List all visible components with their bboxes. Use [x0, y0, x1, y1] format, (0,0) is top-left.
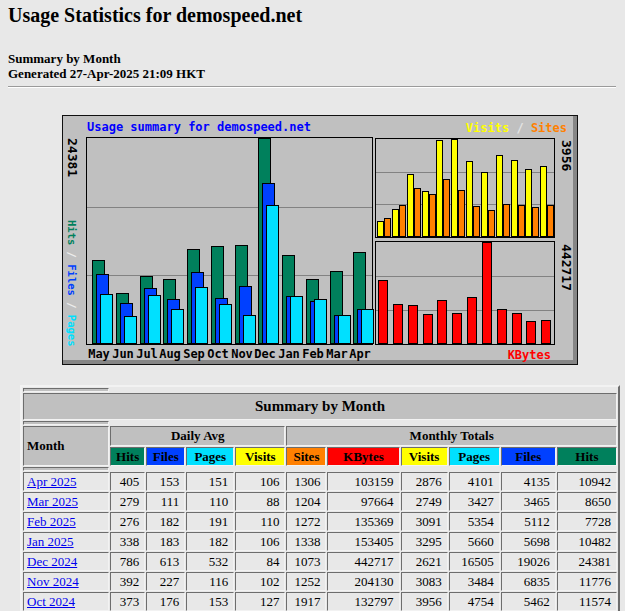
kbytes-bar [378, 280, 388, 344]
table-row: Mar 202527911111088120497664274934273465… [23, 492, 617, 511]
visits-bar [392, 209, 399, 237]
value-cell: 106 [235, 532, 285, 551]
value-cell: 532 [186, 552, 234, 571]
sites-bar [488, 210, 495, 237]
sites-bar [443, 179, 450, 237]
month-cell: Oct 2024 [23, 592, 109, 611]
pages-bar [171, 309, 184, 344]
kbytes-bar [541, 320, 551, 344]
table-row: Jan 202533818318210613381534053295566056… [23, 532, 617, 551]
table-row: Dec 202478661353284107344271726211650519… [23, 552, 617, 571]
kbytes-bar [408, 305, 418, 344]
column-header-kbytes: KBytes [327, 447, 399, 466]
month-column-header: Month [23, 426, 109, 466]
month-cell: Dec 2024 [23, 552, 109, 571]
value-cell: 10482 [557, 532, 617, 551]
month-link[interactable]: Oct 2024 [27, 594, 75, 609]
value-cell: 4135 [501, 472, 556, 491]
value-cell: 116 [186, 572, 234, 591]
month-link[interactable]: Mar 2025 [27, 494, 78, 509]
value-cell: 135369 [327, 512, 399, 531]
value-cell: 103159 [327, 472, 399, 491]
visits-bar [466, 161, 473, 237]
generated-timestamp: Generated 27-Apr-2025 21:09 HKT [8, 66, 205, 81]
month-tick-label: Apr [348, 347, 372, 361]
value-cell: 3295 [401, 532, 448, 551]
sites-bar [473, 206, 480, 237]
sites-bar [399, 205, 406, 237]
month-link[interactable]: Dec 2024 [27, 554, 77, 569]
month-tick-label: May [87, 347, 111, 361]
section-label: Summary by Month [8, 51, 205, 66]
column-header-visits: Visits [235, 447, 285, 466]
kbytes-ymax-label: 442717 [559, 244, 573, 291]
value-cell: 442717 [327, 552, 399, 571]
kbytes-bar [437, 300, 447, 344]
month-tick-label: Jun [111, 347, 135, 361]
column-header-row: HitsFilesPagesVisitsSitesKBytesVisitsPag… [23, 447, 617, 466]
month-link[interactable]: Nov 2024 [27, 574, 79, 589]
value-cell: 1073 [286, 552, 326, 571]
value-cell: 8650 [557, 492, 617, 511]
visits-bar [422, 191, 429, 237]
value-cell: 1917 [286, 592, 326, 611]
month-link[interactable]: Apr 2025 [27, 474, 76, 489]
sites-bar [414, 188, 421, 237]
pages-bar [266, 205, 279, 344]
value-cell: 11574 [557, 592, 617, 611]
value-cell: 279 [110, 492, 145, 511]
month-cell: Feb 2025 [23, 512, 109, 531]
pages-bar [219, 304, 232, 344]
value-cell: 3956 [401, 592, 448, 611]
value-cell: 153 [186, 592, 234, 611]
value-cell: 3427 [449, 492, 500, 511]
pages-bar [124, 316, 137, 344]
sites-bar [429, 194, 436, 237]
legend-part: / [66, 296, 78, 315]
month-tick-label: Jul [135, 347, 159, 361]
value-cell: 5698 [501, 532, 556, 551]
page-subtitle: Summary by Month Generated 27-Apr-2025 2… [8, 51, 205, 81]
pages-bar [338, 315, 351, 344]
value-cell: 276 [110, 512, 145, 531]
legend-part: Files [66, 264, 78, 296]
legend-part: Hits [66, 220, 78, 245]
value-cell: 1204 [286, 492, 326, 511]
value-cell: 204130 [327, 572, 399, 591]
month-tick-label: Sep [182, 347, 206, 361]
kbytes-bar [452, 313, 462, 344]
value-cell: 613 [146, 552, 185, 571]
value-cell: 4101 [449, 472, 500, 491]
month-tick-label: Dec [253, 347, 277, 361]
value-cell: 1306 [286, 472, 326, 491]
kbytes-bar [423, 314, 433, 344]
pages-bar [195, 287, 208, 344]
usage-summary-graph: Usage summary for demospeed.net 24381 Hi… [62, 115, 578, 365]
legend-part: Pages [66, 315, 78, 347]
value-cell: 16505 [449, 552, 500, 571]
gridline [376, 276, 554, 277]
month-tick-label: Jan [277, 347, 301, 361]
visits-ymax-label: 3956 [559, 140, 573, 171]
visits-sites-plot [375, 138, 555, 238]
value-cell: 111 [146, 492, 185, 511]
value-cell: 5354 [449, 512, 500, 531]
value-cell: 1272 [286, 512, 326, 531]
value-cell: 24381 [557, 552, 617, 571]
value-cell: 127 [235, 592, 285, 611]
value-cell: 182 [186, 532, 234, 551]
value-cell: 84 [235, 552, 285, 571]
value-cell: 153405 [327, 532, 399, 551]
value-cell: 3091 [401, 512, 448, 531]
pages-bar [100, 294, 113, 344]
kbytes-bar [512, 313, 522, 344]
hits-files-pages-plot [86, 137, 373, 345]
month-link[interactable]: Jan 2025 [27, 534, 74, 549]
month-link[interactable]: Feb 2025 [27, 514, 76, 529]
visits-bar [377, 221, 384, 237]
value-cell: 1338 [286, 532, 326, 551]
gridline [87, 207, 372, 208]
sites-bar [458, 190, 465, 237]
month-cell: Nov 2024 [23, 572, 109, 591]
month-tick-label: Nov [230, 347, 254, 361]
